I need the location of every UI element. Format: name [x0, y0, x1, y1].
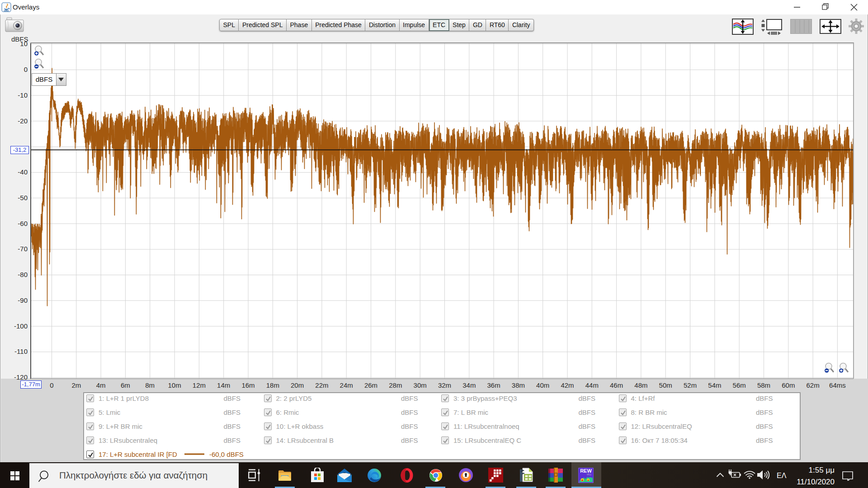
svg-text:V5.1: V5.1 — [587, 473, 592, 476]
